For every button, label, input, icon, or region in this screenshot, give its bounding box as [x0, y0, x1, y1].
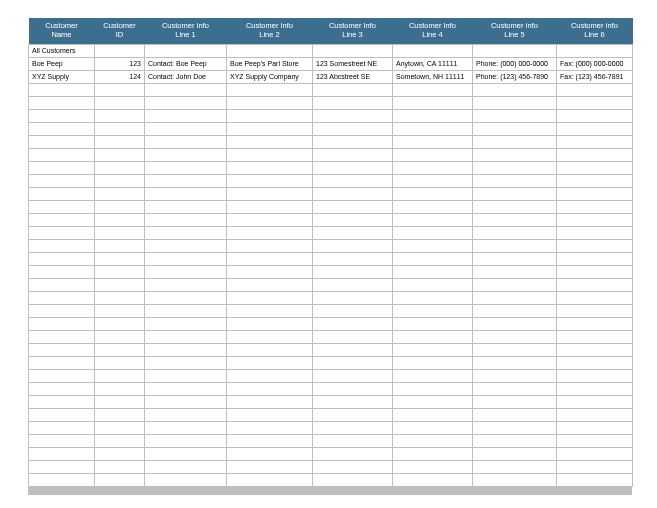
cell-c5[interactable]: [473, 97, 557, 110]
cell-c5[interactable]: [473, 175, 557, 188]
cell-name[interactable]: [29, 448, 95, 461]
cell-c5[interactable]: [473, 253, 557, 266]
cell-name[interactable]: [29, 175, 95, 188]
cell-c3[interactable]: 123 Abcstreet SE: [313, 71, 393, 84]
cell-c2[interactable]: [227, 435, 313, 448]
cell-c1[interactable]: [145, 97, 227, 110]
cell-c4[interactable]: [393, 123, 473, 136]
cell-id[interactable]: [95, 409, 145, 422]
cell-c2[interactable]: [227, 175, 313, 188]
cell-c2[interactable]: [227, 474, 313, 487]
table-row[interactable]: [29, 357, 633, 370]
table-row[interactable]: [29, 279, 633, 292]
table-row[interactable]: [29, 227, 633, 240]
cell-c2[interactable]: [227, 448, 313, 461]
cell-c6[interactable]: [557, 123, 633, 136]
cell-name[interactable]: [29, 123, 95, 136]
cell-c3[interactable]: [313, 123, 393, 136]
table-row[interactable]: [29, 331, 633, 344]
cell-id[interactable]: [95, 461, 145, 474]
cell-c3[interactable]: [313, 240, 393, 253]
cell-c1[interactable]: [145, 279, 227, 292]
cell-c2[interactable]: [227, 422, 313, 435]
cell-c2[interactable]: [227, 318, 313, 331]
cell-c2[interactable]: [227, 97, 313, 110]
cell-c1[interactable]: [145, 175, 227, 188]
table-row[interactable]: [29, 162, 633, 175]
cell-name[interactable]: [29, 409, 95, 422]
cell-name[interactable]: [29, 370, 95, 383]
cell-name[interactable]: [29, 279, 95, 292]
cell-id[interactable]: [95, 344, 145, 357]
cell-c3[interactable]: [313, 357, 393, 370]
cell-c3[interactable]: [313, 201, 393, 214]
cell-c6[interactable]: [557, 448, 633, 461]
cell-c6[interactable]: [557, 201, 633, 214]
cell-c4[interactable]: [393, 292, 473, 305]
cell-c1[interactable]: [145, 253, 227, 266]
table-row[interactable]: [29, 292, 633, 305]
cell-id[interactable]: [95, 175, 145, 188]
cell-c3[interactable]: [313, 396, 393, 409]
cell-c2[interactable]: [227, 253, 313, 266]
cell-c3[interactable]: [313, 84, 393, 97]
cell-id[interactable]: [95, 214, 145, 227]
table-row[interactable]: XYZ Supply124Contact: John DoeXYZ Supply…: [29, 71, 633, 84]
cell-c6[interactable]: [557, 84, 633, 97]
cell-c3[interactable]: [313, 136, 393, 149]
cell-c4[interactable]: [393, 383, 473, 396]
cell-id[interactable]: [95, 227, 145, 240]
cell-c4[interactable]: [393, 149, 473, 162]
cell-id[interactable]: [95, 331, 145, 344]
cell-name[interactable]: [29, 110, 95, 123]
cell-c4[interactable]: [393, 227, 473, 240]
cell-c6[interactable]: [557, 110, 633, 123]
cell-c4[interactable]: [393, 474, 473, 487]
cell-name[interactable]: [29, 149, 95, 162]
cell-c1[interactable]: [145, 396, 227, 409]
cell-id[interactable]: [95, 396, 145, 409]
cell-c3[interactable]: [313, 149, 393, 162]
table-row[interactable]: [29, 188, 633, 201]
cell-c4[interactable]: Anytown, CA 11111: [393, 58, 473, 71]
cell-c4[interactable]: [393, 357, 473, 370]
cell-c2[interactable]: [227, 305, 313, 318]
cell-c1[interactable]: [145, 149, 227, 162]
cell-id[interactable]: [95, 110, 145, 123]
cell-c5[interactable]: [473, 409, 557, 422]
table-row[interactable]: [29, 409, 633, 422]
cell-c2[interactable]: [227, 409, 313, 422]
cell-c4[interactable]: [393, 344, 473, 357]
cell-c6[interactable]: [557, 149, 633, 162]
cell-c4[interactable]: [393, 214, 473, 227]
cell-c6[interactable]: [557, 474, 633, 487]
cell-c5[interactable]: [473, 461, 557, 474]
cell-c1[interactable]: Contact: Boe Peep: [145, 58, 227, 71]
cell-c5[interactable]: [473, 84, 557, 97]
table-row[interactable]: [29, 474, 633, 487]
cell-c1[interactable]: [145, 318, 227, 331]
cell-c5[interactable]: [473, 240, 557, 253]
cell-c6[interactable]: [557, 357, 633, 370]
cell-c1[interactable]: [145, 448, 227, 461]
cell-c5[interactable]: [473, 214, 557, 227]
cell-id[interactable]: [95, 292, 145, 305]
cell-c5[interactable]: [473, 383, 557, 396]
cell-c4[interactable]: Sometown, NH 11111: [393, 71, 473, 84]
cell-c4[interactable]: [393, 84, 473, 97]
cell-c6[interactable]: [557, 253, 633, 266]
table-row[interactable]: [29, 201, 633, 214]
cell-c6[interactable]: Fax: (123) 456-7891: [557, 71, 633, 84]
cell-id[interactable]: [95, 84, 145, 97]
cell-c4[interactable]: [393, 97, 473, 110]
cell-c6[interactable]: [557, 318, 633, 331]
cell-c6[interactable]: [557, 370, 633, 383]
cell-c3[interactable]: 123 Somestreet NE: [313, 58, 393, 71]
cell-c6[interactable]: [557, 331, 633, 344]
cell-name[interactable]: [29, 136, 95, 149]
cell-c6[interactable]: [557, 461, 633, 474]
cell-c5[interactable]: [473, 149, 557, 162]
cell-c6[interactable]: [557, 266, 633, 279]
table-row[interactable]: [29, 84, 633, 97]
cell-c6[interactable]: [557, 396, 633, 409]
